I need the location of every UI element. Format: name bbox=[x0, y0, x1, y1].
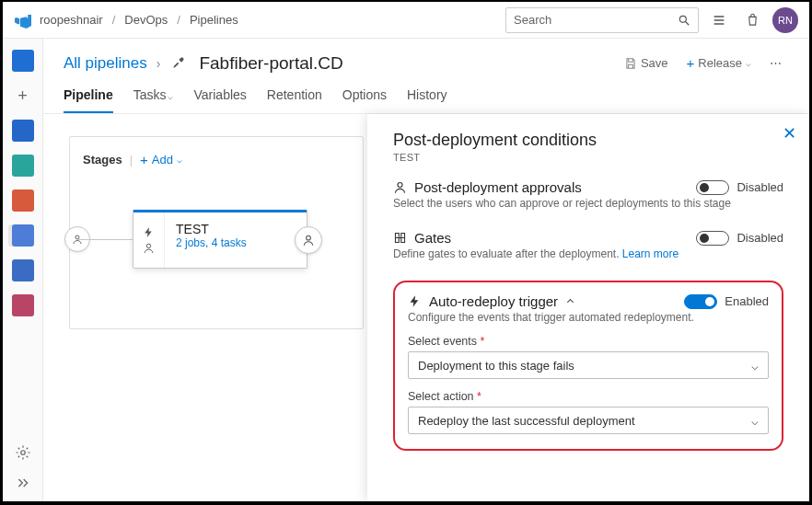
nav-add[interactable]: + bbox=[12, 85, 34, 107]
rocket-icon bbox=[169, 55, 186, 72]
chevron-down-icon: ⌵ bbox=[751, 414, 759, 428]
panel-title: Post-deployment conditions bbox=[393, 131, 783, 150]
select-action-label: Select action * bbox=[408, 390, 769, 403]
tab-variables[interactable]: Variables bbox=[193, 80, 246, 113]
post-deployment-panel: ✕ Post-deployment conditions TEST Post-d… bbox=[367, 114, 809, 501]
pipeline-title: Fabfiber-portal.CD bbox=[199, 53, 342, 74]
svg-point-0 bbox=[679, 16, 686, 22]
gates-description: Define gates to evaluate after the deplo… bbox=[393, 247, 783, 260]
add-stage-button[interactable]: +Add⌵ bbox=[140, 152, 182, 167]
nav-overview[interactable] bbox=[12, 50, 34, 72]
stage-name: TEST bbox=[176, 222, 247, 236]
save-button[interactable]: Save bbox=[617, 52, 676, 74]
chevron-down-icon: ⌵ bbox=[751, 359, 759, 373]
approvals-section: Post-deployment approvals Disabled Selec… bbox=[393, 179, 783, 210]
breadcrumb-separator: / bbox=[177, 13, 180, 27]
breadcrumb-separator: / bbox=[112, 13, 116, 27]
nav-repos[interactable] bbox=[12, 155, 34, 177]
auto-redeploy-section: Auto-redeploy trigger Enabled Configure … bbox=[393, 281, 783, 451]
panel-stage-name: TEST bbox=[393, 152, 783, 163]
auto-redeploy-description: Configure the events that trigger automa… bbox=[408, 311, 769, 324]
search-icon bbox=[678, 14, 690, 27]
breadcrumb-item[interactable]: DevOps bbox=[124, 13, 168, 27]
chevron-right-icon: › bbox=[157, 56, 161, 71]
shopping-bag-icon[interactable] bbox=[739, 7, 765, 33]
person-icon bbox=[393, 180, 407, 194]
search-placeholder: Search bbox=[514, 13, 678, 27]
nav-packages[interactable] bbox=[12, 294, 34, 316]
stage-card[interactable]: TEST 2 jobs, 4 tasks bbox=[133, 210, 307, 269]
svg-point-2 bbox=[20, 451, 25, 455]
stages-heading: Stages bbox=[83, 153, 122, 166]
tab-history[interactable]: History bbox=[407, 80, 447, 113]
settings-icon[interactable] bbox=[15, 444, 31, 461]
chevron-up-icon[interactable] bbox=[565, 296, 575, 306]
approvals-state: Disabled bbox=[737, 180, 783, 194]
stages-container: Stages | +Add⌵ bbox=[69, 136, 364, 329]
nav-boards[interactable] bbox=[12, 120, 34, 142]
nav-test-plans[interactable] bbox=[12, 259, 34, 281]
select-events-dropdown[interactable]: Deployment to this stage fails⌵ bbox=[408, 351, 769, 379]
nav-artifacts[interactable] bbox=[12, 189, 34, 212]
breadcrumb: roopeshnair / DevOps / Pipelines bbox=[40, 13, 238, 27]
approvals-description: Select the users who can approve or reje… bbox=[393, 197, 783, 210]
avatar[interactable]: RN bbox=[772, 7, 798, 33]
left-nav-rail: + bbox=[3, 39, 43, 501]
tab-pipeline[interactable]: Pipeline bbox=[64, 80, 113, 113]
svg-point-4 bbox=[146, 244, 150, 247]
select-action-dropdown[interactable]: Redeploy the last successful deployment⌵ bbox=[408, 407, 769, 434]
auto-redeploy-state: Enabled bbox=[725, 294, 769, 308]
top-bar: roopeshnair / DevOps / Pipelines Search … bbox=[3, 2, 809, 39]
breadcrumb-item[interactable]: roopeshnair bbox=[40, 13, 103, 27]
gates-learn-more-link[interactable]: Learn more bbox=[622, 247, 679, 260]
more-actions-button[interactable]: ⋯ bbox=[762, 52, 789, 74]
person-icon bbox=[143, 242, 155, 254]
svg-point-5 bbox=[307, 235, 311, 240]
tab-bar: Pipeline Tasks⌵ Variables Retention Opti… bbox=[43, 80, 809, 114]
gates-section: Gates Disabled Define gates to evaluate … bbox=[393, 230, 783, 260]
gates-state: Disabled bbox=[737, 231, 783, 245]
azure-devops-logo-icon[interactable] bbox=[14, 11, 32, 29]
save-icon bbox=[624, 57, 637, 70]
all-pipelines-link[interactable]: All pipelines bbox=[64, 54, 147, 73]
redeploy-icon bbox=[408, 294, 422, 308]
collapse-icon[interactable] bbox=[16, 476, 30, 490]
gates-icon bbox=[393, 231, 407, 245]
person-icon bbox=[302, 234, 315, 247]
list-icon[interactable] bbox=[706, 7, 732, 33]
tab-tasks[interactable]: Tasks⌵ bbox=[133, 80, 174, 113]
auto-redeploy-toggle[interactable] bbox=[684, 294, 717, 309]
gates-toggle[interactable] bbox=[696, 231, 729, 246]
close-panel-button[interactable]: ✕ bbox=[783, 123, 796, 143]
approvals-toggle[interactable] bbox=[696, 180, 729, 195]
trigger-icon bbox=[143, 226, 155, 238]
page-header: All pipelines › Fabfiber-portal.CD Save … bbox=[43, 39, 809, 80]
tab-options[interactable]: Options bbox=[342, 80, 387, 113]
svg-line-1 bbox=[686, 21, 690, 25]
nav-pipelines[interactable] bbox=[12, 224, 34, 247]
release-button[interactable]: + Release ⌵ bbox=[679, 52, 759, 75]
svg-point-6 bbox=[398, 183, 402, 188]
breadcrumb-item[interactable]: Pipelines bbox=[190, 13, 238, 27]
select-events-label: Select events * bbox=[408, 335, 769, 348]
post-deployment-conditions-button[interactable] bbox=[295, 226, 322, 254]
search-input[interactable]: Search bbox=[505, 7, 699, 33]
stage-jobs-link[interactable]: 2 jobs, 4 tasks bbox=[176, 236, 247, 249]
tab-retention[interactable]: Retention bbox=[267, 80, 322, 113]
